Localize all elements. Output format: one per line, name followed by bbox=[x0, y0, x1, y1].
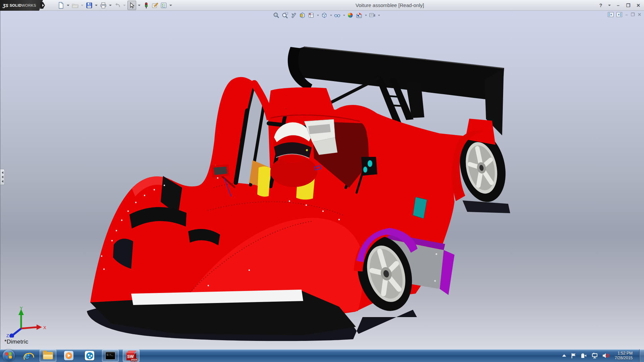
power-plug-icon[interactable] bbox=[581, 353, 587, 359]
brand-glyph: ƷS bbox=[3, 3, 8, 8]
open-document-button[interactable] bbox=[71, 1, 79, 10]
3d-model-race-car[interactable] bbox=[0, 11, 644, 349]
previous-view-icon bbox=[290, 12, 297, 18]
solidworks-logo[interactable]: ƷS SOLID WORKS bbox=[0, 0, 43, 11]
brand-bold: SOLID bbox=[10, 3, 22, 7]
glasses-icon bbox=[334, 12, 340, 18]
system-tray: 1:52 PM 7/28/2015 bbox=[562, 349, 644, 362]
help-button[interactable]: ? bbox=[597, 2, 604, 9]
title-bar: ƷS SOLID WORKS bbox=[0, 0, 644, 11]
hide-show-items-button[interactable] bbox=[334, 12, 341, 19]
document-window-controls: – ❐ ✕ bbox=[608, 12, 641, 17]
zoom-to-area-icon bbox=[282, 12, 288, 18]
edit-appearance-button[interactable] bbox=[151, 1, 159, 10]
rebuild-button[interactable] bbox=[142, 1, 150, 10]
pen-on-sheet-icon bbox=[152, 2, 158, 9]
solidworks-icon: SW 2015 bbox=[126, 351, 136, 361]
checklist-icon bbox=[160, 2, 167, 9]
open-dropdown-arrow bbox=[81, 5, 84, 6]
doc-minimize-button[interactable]: – bbox=[625, 12, 628, 17]
display-style-icon bbox=[321, 12, 327, 18]
orientation-triad: Y X Z bbox=[4, 306, 51, 338]
view-settings-dropdown[interactable] bbox=[378, 15, 380, 16]
apply-scene-dropdown[interactable] bbox=[365, 15, 367, 16]
new-document-button[interactable] bbox=[57, 1, 65, 10]
network-display-icon[interactable] bbox=[591, 353, 598, 359]
triad-z-label: Z bbox=[6, 333, 9, 338]
help-dropdown-arrow[interactable] bbox=[608, 5, 611, 6]
pane-toggle-left-icon[interactable] bbox=[608, 12, 613, 17]
taskbar-item-app-blue[interactable] bbox=[81, 350, 98, 362]
taskbar-item-command-prompt[interactable]: C:\_ bbox=[102, 350, 119, 362]
start-button[interactable] bbox=[3, 350, 15, 362]
section-view-button[interactable] bbox=[299, 12, 306, 19]
zoom-to-area-button[interactable] bbox=[281, 12, 288, 19]
previous-view-button[interactable] bbox=[290, 12, 297, 19]
restore-button[interactable]: ❐ bbox=[625, 2, 632, 9]
taskbar-item-windows-explorer[interactable] bbox=[40, 350, 56, 362]
doc-restore-button[interactable]: ❐ bbox=[631, 12, 635, 17]
hide-show-items-dropdown[interactable] bbox=[343, 15, 345, 16]
zoom-to-fit-button[interactable] bbox=[273, 12, 280, 19]
view-orientation-button[interactable] bbox=[308, 12, 315, 19]
action-center-flag-icon[interactable] bbox=[571, 353, 577, 359]
undo-button[interactable] bbox=[113, 1, 121, 10]
display-style-button[interactable] bbox=[321, 12, 328, 19]
triad-x-label: X bbox=[43, 325, 46, 330]
window-title: Voiture assomblee [Read-only] bbox=[356, 0, 443, 11]
save-dropdown-arrow[interactable] bbox=[95, 5, 98, 6]
view-settings-button[interactable] bbox=[369, 12, 376, 19]
undo-arrow-icon bbox=[114, 2, 121, 9]
collapse-arrow-icon bbox=[2, 176, 3, 178]
doc-close-button[interactable]: ✕ bbox=[638, 12, 641, 17]
save-button[interactable] bbox=[85, 1, 93, 10]
taskbar-item-solidworks[interactable]: SW 2015 bbox=[123, 350, 140, 362]
print-dropdown-arrow[interactable] bbox=[109, 5, 112, 6]
windows-flag-icon bbox=[5, 352, 12, 359]
feature-manager-collapsed-tab[interactable] bbox=[0, 169, 5, 185]
minimize-button[interactable]: – bbox=[614, 2, 622, 9]
appearance-ball-icon bbox=[347, 12, 354, 18]
taskbar-item-internet-explorer[interactable]: e bbox=[19, 350, 36, 362]
show-hidden-icons-button[interactable] bbox=[562, 354, 567, 357]
options-dropdown-arrow[interactable] bbox=[169, 5, 172, 6]
headsup-view-toolbar bbox=[273, 12, 380, 19]
new-dropdown-arrow[interactable] bbox=[67, 5, 69, 6]
display-style-dropdown[interactable] bbox=[330, 15, 332, 16]
graphics-viewport[interactable]: – ❐ ✕ Y X Z *Dimetric bbox=[0, 11, 644, 349]
view-orientation-icon bbox=[308, 12, 314, 18]
view-orientation-dropdown[interactable] bbox=[317, 15, 319, 16]
solidworks-application: ƷS SOLID WORKS bbox=[0, 0, 644, 362]
printer-icon bbox=[100, 2, 107, 9]
collapse-arrow-icon bbox=[2, 180, 3, 183]
internet-explorer-icon: e bbox=[24, 351, 30, 361]
solidworks-year-badge: 2015 bbox=[130, 358, 137, 361]
menu-expand-arrow[interactable] bbox=[40, 2, 45, 9]
traffic-light-icon bbox=[143, 2, 150, 9]
close-button[interactable]: ✕ bbox=[635, 2, 642, 9]
windows-taskbar: e C:\_ SW 2015 bbox=[0, 349, 644, 362]
select-tool-button[interactable] bbox=[127, 1, 136, 10]
window-controls: ? – ❐ ✕ bbox=[597, 0, 642, 11]
triad-y-label: Y bbox=[20, 306, 23, 311]
select-dropdown-arrow[interactable] bbox=[138, 5, 141, 6]
select-cursor-icon bbox=[128, 2, 135, 9]
edit-appearance-button-hud[interactable] bbox=[347, 12, 354, 19]
collapse-arrow-icon bbox=[2, 171, 3, 174]
taskbar-item-media-player[interactable] bbox=[60, 350, 77, 362]
volume-muted-icon[interactable] bbox=[602, 353, 609, 359]
zoom-to-fit-icon bbox=[273, 12, 279, 18]
print-button[interactable] bbox=[99, 1, 107, 10]
taskbar-clock[interactable]: 1:52 PM 7/28/2015 bbox=[615, 351, 633, 360]
save-floppy-icon bbox=[86, 2, 93, 9]
pane-toggle-right-icon[interactable] bbox=[616, 12, 622, 17]
driver-helmet[interactable] bbox=[273, 122, 312, 163]
teal-lights bbox=[361, 157, 377, 176]
show-desktop-button[interactable] bbox=[639, 349, 644, 362]
options-button[interactable] bbox=[160, 1, 168, 10]
main-toolbar bbox=[57, 0, 173, 11]
new-document-icon bbox=[58, 2, 64, 9]
explorer-folder-icon bbox=[43, 352, 53, 359]
yellow-panel-left bbox=[257, 166, 271, 196]
apply-scene-button[interactable] bbox=[356, 12, 363, 19]
